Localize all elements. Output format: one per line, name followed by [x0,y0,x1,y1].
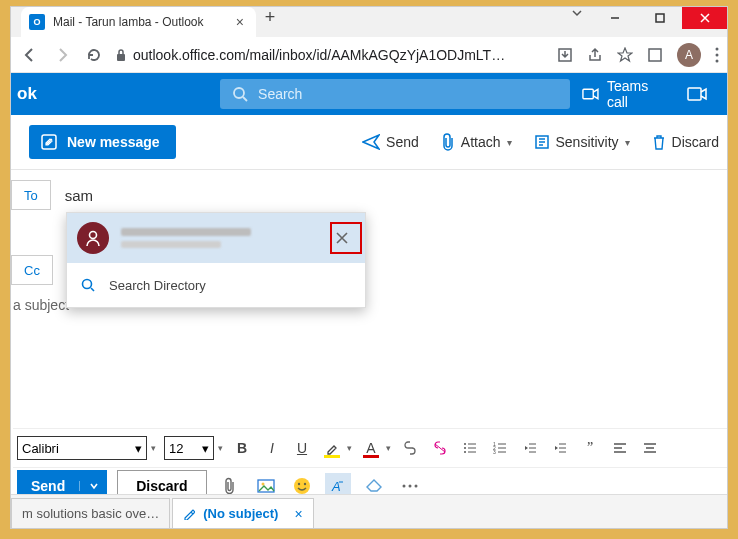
font-size-selector[interactable]: 12 ▾ [164,436,214,460]
tab-close-icon[interactable]: × [236,14,244,30]
font-name: Calibri [22,441,59,456]
svg-point-14 [90,232,97,239]
address-box[interactable]: outlook.office.com/mail/inbox/id/AAMkAGQ… [115,47,547,63]
font-selector[interactable]: Calibri ▾ [17,436,147,460]
svg-rect-1 [656,14,664,22]
browser-url-bar: outlook.office.com/mail/inbox/id/AAMkAGQ… [11,37,727,73]
svg-point-17 [464,443,466,445]
font-color-button[interactable]: A [360,436,382,460]
svg-point-43 [294,478,310,494]
draft-tab-previous[interactable]: m solutions basic ove… [11,498,170,528]
discard-command[interactable]: Discard [652,134,719,150]
sensitivity-label: Sensitivity [556,134,619,150]
compose-icon [41,134,57,150]
svg-point-44 [297,483,299,485]
sensitivity-icon [534,134,550,150]
search-box[interactable]: Search [220,79,570,109]
cc-button[interactable]: Cc [11,255,53,285]
send-label: Send [386,134,419,150]
url-text: outlook.office.com/mail/inbox/id/AAMkAGQ… [133,47,505,63]
italic-button[interactable]: I [261,436,283,460]
back-button[interactable] [19,47,41,63]
discard-label: Discard [672,134,719,150]
attach-command[interactable]: Attach ▾ [441,133,512,151]
bold-button[interactable]: B [231,436,253,460]
svg-point-5 [716,47,719,50]
suggestion-item[interactable] [67,213,365,263]
font-size: 12 [169,441,183,456]
kebab-menu-icon[interactable] [715,47,719,63]
unlink-button[interactable] [429,436,451,460]
format-toolbar: Calibri ▾ ▾ 12 ▾ ▾ B I U ▾ A ▾ 123 [13,428,727,468]
bookmark-star-icon[interactable] [617,47,633,63]
install-app-icon[interactable] [557,47,573,63]
close-draft-tab-icon[interactable]: × [294,506,302,522]
svg-point-42 [261,483,264,486]
svg-point-21 [464,451,466,453]
svg-rect-11 [688,88,701,100]
to-button[interactable]: To [11,180,51,210]
share-icon[interactable] [587,47,603,63]
window-close-button[interactable] [682,7,727,29]
svg-rect-10 [583,89,593,98]
draft-tab-current[interactable]: (No subject) × [172,498,313,528]
remove-suggestion-button[interactable] [329,225,355,251]
search-directory-label: Search Directory [109,278,206,293]
send-command[interactable]: Send [362,134,419,150]
lock-icon [115,48,127,62]
highlight-button[interactable] [321,436,343,460]
numbering-button[interactable]: 123 [489,436,511,460]
outlook-favicon-icon: O [29,14,45,30]
to-input[interactable] [63,187,727,204]
suggestion-email-blur [121,241,221,248]
search-icon [232,86,248,102]
people-suggestion-popup: Search Directory [66,212,366,308]
extensions-icon[interactable] [647,47,663,63]
search-directory-row[interactable]: Search Directory [67,263,365,307]
chevron-down-icon[interactable]: ▾ [347,443,352,453]
indent-button[interactable] [549,436,571,460]
chevron-down-icon[interactable]: ▾ [218,443,223,453]
align-left-button[interactable] [609,436,631,460]
forward-button [51,47,73,63]
chevron-down-icon: ▾ [202,441,209,456]
chevron-down-icon[interactable]: ▾ [386,443,391,453]
meet-now-icon[interactable] [687,86,707,102]
underline-button[interactable]: U [291,436,313,460]
link-button[interactable] [399,436,421,460]
chevron-down-icon: ▾ [135,441,142,456]
tabs-dropdown-icon[interactable] [562,7,592,19]
chevron-down-icon[interactable]: ▾ [151,443,156,453]
svg-point-15 [83,280,92,289]
paperclip-icon [441,133,455,151]
svg-point-49 [414,485,417,488]
maximize-button[interactable] [637,7,682,29]
browser-tab[interactable]: O Mail - Tarun lamba - Outlook × [21,7,256,37]
window-controls [592,7,727,29]
svg-point-7 [716,59,719,62]
draft-tab-subject: (No subject) [203,506,278,521]
bullets-button[interactable] [459,436,481,460]
teams-call-button[interactable]: Teams call [582,78,669,110]
svg-text:A: A [331,479,341,494]
sensitivity-command[interactable]: Sensitivity ▾ [534,134,630,150]
send-split-chevron[interactable] [79,481,107,491]
search-icon [81,278,95,292]
svg-point-48 [408,485,411,488]
svg-rect-2 [117,54,125,61]
outdent-button[interactable] [519,436,541,460]
align-center-button[interactable] [639,436,661,460]
svg-line-9 [243,97,247,101]
minimize-button[interactable] [592,7,637,29]
profile-avatar[interactable]: A [677,43,701,67]
new-message-button[interactable]: New message [29,125,176,159]
draft-tab-strip: m solutions basic ove… (No subject) × [11,494,727,528]
quote-button[interactable]: ” [579,436,601,460]
send-button-label: Send [17,478,79,494]
subject-placeholder[interactable]: a subject [11,297,69,313]
send-icon [362,134,380,150]
new-tab-button[interactable]: + [256,7,284,28]
svg-line-16 [91,288,94,291]
app-brand: ok [11,84,88,104]
reload-button[interactable] [83,47,105,63]
